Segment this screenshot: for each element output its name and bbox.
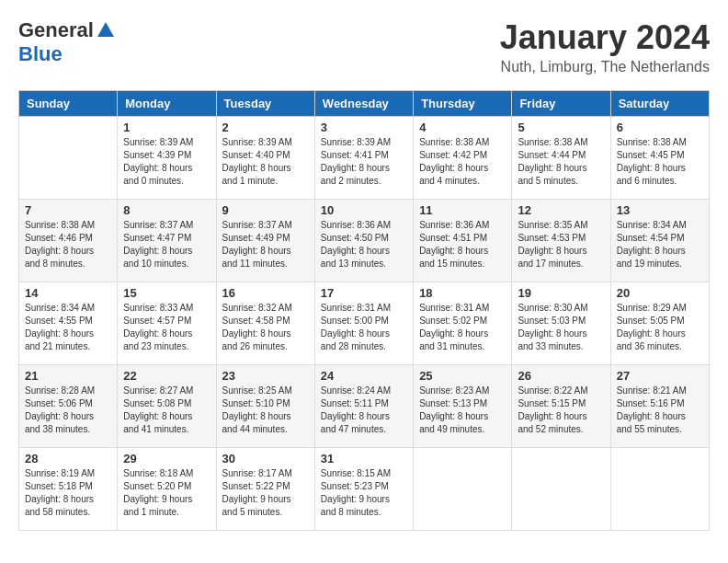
day-number: 14	[25, 286, 111, 300]
calendar-cell: 26Sunrise: 8:22 AMSunset: 5:15 PMDayligh…	[512, 365, 610, 448]
day-number: 24	[321, 369, 407, 383]
day-info: Sunrise: 8:36 AMSunset: 4:51 PMDaylight:…	[419, 219, 506, 270]
day-number: 5	[518, 121, 604, 134]
day-number: 6	[617, 121, 703, 134]
day-info: Sunrise: 8:28 AMSunset: 5:06 PMDaylight:…	[25, 385, 111, 436]
week-row-4: 21Sunrise: 8:28 AMSunset: 5:06 PMDayligh…	[19, 365, 710, 448]
day-info: Sunrise: 8:21 AMSunset: 5:16 PMDaylight:…	[617, 385, 703, 436]
calendar-cell: 12Sunrise: 8:35 AMSunset: 4:53 PMDayligh…	[512, 200, 610, 282]
calendar-cell: 10Sunrise: 8:36 AMSunset: 4:50 PMDayligh…	[314, 200, 413, 282]
weekday-header-row: SundayMondayTuesdayWednesdayThursdayFrid…	[19, 91, 710, 117]
week-row-5: 28Sunrise: 8:19 AMSunset: 5:18 PMDayligh…	[19, 448, 710, 531]
calendar-cell	[512, 448, 610, 531]
calendar-cell: 17Sunrise: 8:31 AMSunset: 5:00 PMDayligh…	[314, 282, 413, 365]
day-number: 20	[617, 286, 703, 300]
day-number: 13	[617, 203, 703, 217]
day-info: Sunrise: 8:23 AMSunset: 5:13 PMDaylight:…	[419, 385, 506, 436]
day-number: 30	[222, 452, 309, 465]
day-number: 10	[321, 203, 407, 217]
calendar-cell	[610, 448, 709, 531]
day-number: 17	[321, 286, 407, 300]
day-info: Sunrise: 8:34 AMSunset: 4:55 PMDaylight:…	[25, 302, 111, 353]
week-row-3: 14Sunrise: 8:34 AMSunset: 4:55 PMDayligh…	[19, 282, 710, 365]
calendar-body: 1Sunrise: 8:39 AMSunset: 4:39 PMDaylight…	[19, 117, 710, 531]
weekday-monday: Monday	[118, 91, 216, 117]
day-number: 12	[518, 203, 604, 217]
day-number: 9	[222, 203, 309, 217]
day-number: 15	[123, 286, 210, 300]
calendar-cell: 27Sunrise: 8:21 AMSunset: 5:16 PMDayligh…	[610, 365, 709, 448]
day-number: 11	[419, 203, 506, 217]
day-number: 19	[518, 286, 604, 300]
calendar-cell: 9Sunrise: 8:37 AMSunset: 4:49 PMDaylight…	[216, 200, 314, 282]
day-info: Sunrise: 8:15 AMSunset: 5:23 PMDaylight:…	[321, 467, 407, 519]
day-info: Sunrise: 8:39 AMSunset: 4:40 PMDaylight:…	[222, 136, 309, 188]
day-info: Sunrise: 8:31 AMSunset: 5:00 PMDaylight:…	[321, 302, 407, 353]
calendar-cell: 18Sunrise: 8:31 AMSunset: 5:02 PMDayligh…	[414, 282, 512, 365]
day-info: Sunrise: 8:37 AMSunset: 4:49 PMDaylight:…	[222, 219, 309, 270]
day-number: 4	[419, 121, 506, 134]
day-number: 27	[617, 369, 703, 383]
calendar-cell: 1Sunrise: 8:39 AMSunset: 4:39 PMDaylight…	[118, 117, 216, 200]
logo-icon	[96, 20, 116, 40]
calendar-cell: 7Sunrise: 8:38 AMSunset: 4:46 PMDaylight…	[19, 200, 118, 282]
day-number: 23	[222, 369, 309, 383]
location: Nuth, Limburg, The Netherlands	[500, 59, 710, 75]
calendar-cell: 6Sunrise: 8:38 AMSunset: 4:45 PMDaylight…	[610, 117, 709, 200]
calendar-cell: 22Sunrise: 8:27 AMSunset: 5:08 PMDayligh…	[118, 365, 216, 448]
calendar-cell: 29Sunrise: 8:18 AMSunset: 5:20 PMDayligh…	[118, 448, 216, 531]
day-number: 25	[419, 369, 506, 383]
day-info: Sunrise: 8:24 AMSunset: 5:11 PMDaylight:…	[321, 385, 407, 436]
calendar-cell: 31Sunrise: 8:15 AMSunset: 5:23 PMDayligh…	[314, 448, 413, 531]
calendar-cell: 24Sunrise: 8:24 AMSunset: 5:11 PMDayligh…	[314, 365, 413, 448]
calendar-cell: 13Sunrise: 8:34 AMSunset: 4:54 PMDayligh…	[610, 200, 709, 282]
day-info: Sunrise: 8:32 AMSunset: 4:58 PMDaylight:…	[222, 302, 309, 353]
day-number: 22	[123, 369, 210, 383]
calendar-cell: 21Sunrise: 8:28 AMSunset: 5:06 PMDayligh…	[19, 365, 118, 448]
calendar-cell: 5Sunrise: 8:38 AMSunset: 4:44 PMDaylight…	[512, 117, 610, 200]
calendar-cell: 16Sunrise: 8:32 AMSunset: 4:58 PMDayligh…	[216, 282, 314, 365]
day-info: Sunrise: 8:25 AMSunset: 5:10 PMDaylight:…	[222, 385, 309, 436]
weekday-sunday: Sunday	[19, 91, 118, 117]
day-info: Sunrise: 8:38 AMSunset: 4:44 PMDaylight:…	[518, 136, 604, 188]
calendar-cell: 20Sunrise: 8:29 AMSunset: 5:05 PMDayligh…	[610, 282, 709, 365]
day-info: Sunrise: 8:33 AMSunset: 4:57 PMDaylight:…	[123, 302, 210, 353]
calendar-cell: 8Sunrise: 8:37 AMSunset: 4:47 PMDaylight…	[118, 200, 216, 282]
calendar-cell: 30Sunrise: 8:17 AMSunset: 5:22 PMDayligh…	[216, 448, 314, 531]
calendar-cell: 25Sunrise: 8:23 AMSunset: 5:13 PMDayligh…	[414, 365, 512, 448]
logo: General Blue	[18, 18, 116, 66]
day-number: 16	[222, 286, 309, 300]
day-number: 2	[222, 121, 309, 134]
weekday-tuesday: Tuesday	[216, 91, 314, 117]
week-row-2: 7Sunrise: 8:38 AMSunset: 4:46 PMDaylight…	[19, 200, 710, 282]
month-title: January 2024	[500, 18, 710, 57]
page-header: General Blue January 2024 Nuth, Limburg,…	[18, 18, 710, 75]
weekday-saturday: Saturday	[610, 91, 709, 117]
calendar-cell: 23Sunrise: 8:25 AMSunset: 5:10 PMDayligh…	[216, 365, 314, 448]
weekday-wednesday: Wednesday	[314, 91, 413, 117]
day-info: Sunrise: 8:38 AMSunset: 4:46 PMDaylight:…	[25, 219, 111, 270]
day-info: Sunrise: 8:19 AMSunset: 5:18 PMDaylight:…	[25, 467, 111, 519]
day-number: 26	[518, 369, 604, 383]
calendar-table: SundayMondayTuesdayWednesdayThursdayFrid…	[18, 90, 710, 531]
calendar-cell: 11Sunrise: 8:36 AMSunset: 4:51 PMDayligh…	[414, 200, 512, 282]
calendar-cell	[19, 117, 118, 200]
day-number: 8	[123, 203, 210, 217]
day-info: Sunrise: 8:34 AMSunset: 4:54 PMDaylight:…	[617, 219, 703, 270]
calendar-cell: 2Sunrise: 8:39 AMSunset: 4:40 PMDaylight…	[216, 117, 314, 200]
title-section: January 2024 Nuth, Limburg, The Netherla…	[500, 18, 710, 75]
day-info: Sunrise: 8:39 AMSunset: 4:39 PMDaylight:…	[123, 136, 210, 188]
logo-blue: Blue	[18, 42, 63, 66]
day-info: Sunrise: 8:39 AMSunset: 4:41 PMDaylight:…	[321, 136, 407, 188]
day-info: Sunrise: 8:35 AMSunset: 4:53 PMDaylight:…	[518, 219, 604, 270]
week-row-1: 1Sunrise: 8:39 AMSunset: 4:39 PMDaylight…	[19, 117, 710, 200]
day-number: 3	[321, 121, 407, 134]
day-info: Sunrise: 8:38 AMSunset: 4:42 PMDaylight:…	[419, 136, 506, 188]
day-number: 1	[123, 121, 210, 134]
day-info: Sunrise: 8:30 AMSunset: 5:03 PMDaylight:…	[518, 302, 604, 353]
day-number: 31	[321, 452, 407, 465]
day-info: Sunrise: 8:27 AMSunset: 5:08 PMDaylight:…	[123, 385, 210, 436]
calendar-cell: 3Sunrise: 8:39 AMSunset: 4:41 PMDaylight…	[314, 117, 413, 200]
day-info: Sunrise: 8:37 AMSunset: 4:47 PMDaylight:…	[123, 219, 210, 270]
day-number: 21	[25, 369, 111, 383]
